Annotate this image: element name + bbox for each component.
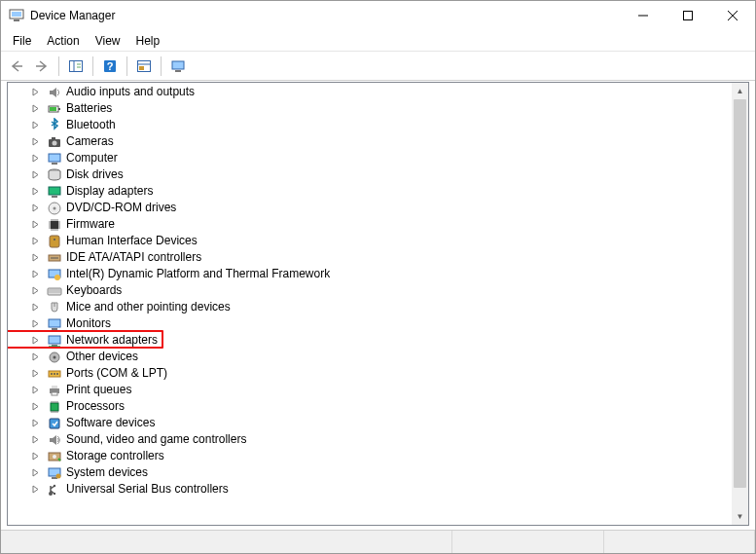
expand-icon[interactable] bbox=[29, 103, 41, 115]
expand-icon[interactable] bbox=[29, 120, 41, 131]
expand-icon[interactable] bbox=[29, 269, 41, 280]
svg-rect-7 bbox=[70, 60, 83, 71]
back-button[interactable] bbox=[5, 55, 28, 78]
svg-rect-24 bbox=[49, 154, 60, 162]
device-category[interactable]: Bluetooth bbox=[8, 117, 732, 133]
device-category[interactable]: Disk drives bbox=[8, 166, 732, 183]
menu-help[interactable]: Help bbox=[128, 32, 168, 50]
expand-icon[interactable] bbox=[29, 484, 41, 496]
device-category[interactable]: IDE ATA/ATAPI controllers bbox=[8, 249, 732, 266]
device-category[interactable]: Cameras bbox=[8, 133, 732, 150]
expand-icon[interactable] bbox=[29, 169, 41, 181]
window-controls bbox=[621, 1, 755, 30]
expand-icon[interactable] bbox=[29, 203, 41, 214]
device-tree[interactable]: Audio inputs and outputsBatteriesBluetoo… bbox=[8, 83, 732, 525]
device-category[interactable]: Network adapters bbox=[8, 332, 732, 349]
device-category[interactable]: Mice and other pointing devices bbox=[8, 299, 732, 315]
device-category[interactable]: Human Interface Devices bbox=[8, 233, 732, 249]
device-category-label: Other devices bbox=[66, 349, 138, 365]
status-cell bbox=[604, 531, 755, 553]
expand-icon[interactable] bbox=[29, 153, 41, 165]
expand-icon[interactable] bbox=[29, 318, 41, 330]
svg-rect-80 bbox=[52, 392, 57, 395]
help-button[interactable]: ? bbox=[98, 55, 122, 78]
expand-icon[interactable] bbox=[29, 335, 41, 347]
maximize-button[interactable] bbox=[666, 1, 710, 30]
device-category-label: Cameras bbox=[66, 133, 114, 150]
device-category[interactable]: Universal Serial Bus controllers bbox=[8, 481, 732, 498]
device-category-label: Display adapters bbox=[66, 183, 153, 200]
expand-icon[interactable] bbox=[29, 351, 41, 363]
device-category[interactable]: Ports (COM & LPT) bbox=[8, 365, 732, 382]
device-category[interactable]: Processors bbox=[8, 398, 732, 415]
expand-icon[interactable] bbox=[29, 467, 41, 479]
scroll-up-button[interactable]: ▲ bbox=[732, 83, 748, 99]
monitor-icon bbox=[47, 316, 62, 332]
expand-icon[interactable] bbox=[29, 302, 41, 314]
toolbar-separator bbox=[58, 56, 59, 76]
device-category[interactable]: Batteries bbox=[8, 100, 732, 117]
expand-icon[interactable] bbox=[29, 252, 41, 264]
minimize-button[interactable] bbox=[621, 1, 666, 30]
device-category[interactable]: Display adapters bbox=[8, 183, 732, 200]
vertical-scrollbar[interactable]: ▲ ▼ bbox=[732, 83, 748, 525]
device-category[interactable]: Software devices bbox=[8, 415, 732, 431]
toolbar-separator bbox=[161, 56, 162, 76]
forward-button[interactable] bbox=[30, 55, 54, 78]
device-category[interactable]: Computer bbox=[8, 150, 732, 166]
show-hide-tree-button[interactable] bbox=[64, 55, 88, 78]
expand-icon[interactable] bbox=[29, 136, 41, 148]
expand-icon[interactable] bbox=[29, 368, 41, 380]
svg-point-92 bbox=[53, 455, 56, 459]
scroll-track[interactable] bbox=[732, 99, 748, 508]
scan-hardware-button[interactable] bbox=[166, 55, 190, 78]
svg-rect-69 bbox=[52, 328, 57, 330]
svg-point-53 bbox=[54, 275, 60, 280]
device-category[interactable]: Firmware bbox=[8, 216, 732, 233]
svg-rect-60 bbox=[59, 289, 60, 290]
svg-rect-48 bbox=[50, 236, 59, 247]
other-icon bbox=[47, 350, 62, 365]
expand-icon[interactable] bbox=[29, 186, 41, 198]
device-category[interactable]: Intel(R) Dynamic Platform and Thermal Fr… bbox=[8, 266, 732, 282]
expand-icon[interactable] bbox=[29, 236, 41, 247]
menu-file[interactable]: File bbox=[5, 32, 39, 50]
expand-icon[interactable] bbox=[29, 285, 41, 297]
menu-action[interactable]: Action bbox=[39, 32, 87, 50]
device-category[interactable]: Print queues bbox=[8, 382, 732, 398]
device-category[interactable]: DVD/CD-ROM drives bbox=[8, 200, 732, 216]
device-category-label: Human Interface Devices bbox=[66, 233, 198, 249]
expand-icon[interactable] bbox=[29, 418, 41, 429]
properties-button[interactable] bbox=[132, 55, 156, 78]
scroll-down-button[interactable]: ▼ bbox=[732, 508, 748, 525]
device-category[interactable]: Other devices bbox=[8, 349, 732, 365]
svg-rect-1 bbox=[12, 12, 21, 17]
device-category-label: Print queues bbox=[66, 382, 131, 398]
scroll-thumb[interactable] bbox=[734, 99, 746, 488]
device-category-label: Processors bbox=[66, 398, 125, 415]
device-category[interactable]: Audio inputs and outputs bbox=[8, 84, 732, 100]
device-category-label: Mice and other pointing devices bbox=[66, 299, 231, 315]
device-category[interactable]: Monitors bbox=[8, 315, 732, 332]
expand-icon[interactable] bbox=[29, 219, 41, 231]
device-category[interactable]: Sound, video and game controllers bbox=[8, 431, 732, 448]
expand-icon[interactable] bbox=[29, 87, 41, 98]
expand-icon[interactable] bbox=[29, 451, 41, 462]
expand-icon[interactable] bbox=[29, 434, 41, 446]
device-category-label: Storage controllers bbox=[66, 448, 164, 464]
menu-view[interactable]: View bbox=[88, 32, 128, 50]
device-category[interactable]: Storage controllers bbox=[8, 448, 732, 464]
software-icon bbox=[47, 416, 62, 431]
hid-icon bbox=[47, 234, 62, 249]
expand-icon[interactable] bbox=[29, 401, 41, 413]
thermal-icon bbox=[47, 267, 62, 282]
svg-rect-90 bbox=[50, 419, 59, 428]
device-category[interactable]: System devices bbox=[8, 464, 732, 481]
close-button[interactable] bbox=[710, 1, 755, 30]
svg-rect-70 bbox=[49, 336, 60, 344]
device-category-label: Sound, video and game controllers bbox=[66, 431, 246, 448]
svg-point-73 bbox=[54, 355, 56, 358]
device-category-label: System devices bbox=[66, 464, 148, 481]
device-category[interactable]: Keyboards bbox=[8, 282, 732, 299]
expand-icon[interactable] bbox=[29, 385, 41, 396]
